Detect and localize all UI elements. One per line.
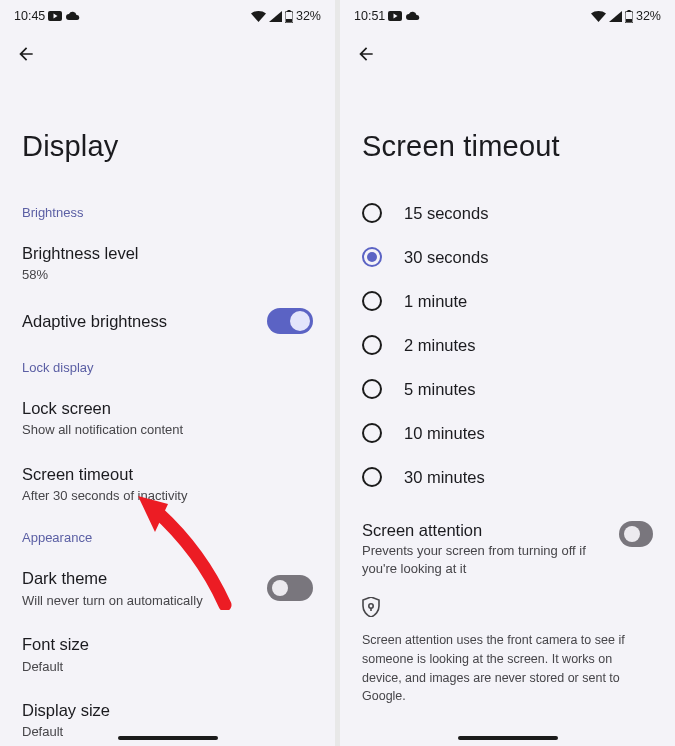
brightness-level-value: 58%	[22, 266, 313, 284]
font-size-row[interactable]: Font size Default	[0, 621, 335, 687]
screen-timeout-row[interactable]: Screen timeout After 30 seconds of inact…	[0, 451, 335, 517]
timeout-options: 15 seconds30 seconds1 minute2 minutes5 m…	[340, 191, 675, 499]
wifi-icon	[251, 11, 266, 22]
svg-rect-2	[287, 10, 290, 12]
status-battery: 32%	[636, 9, 661, 23]
timeout-option[interactable]: 5 minutes	[340, 367, 675, 411]
dark-theme-switch[interactable]	[267, 575, 313, 601]
page-title: Display	[0, 76, 335, 191]
privacy-shield	[340, 587, 675, 625]
screen-display: 10:45 32% Display Brightness Brightness …	[0, 0, 335, 746]
cloud-icon	[65, 11, 80, 21]
battery-icon	[285, 10, 293, 23]
timeout-option[interactable]: 30 minutes	[340, 455, 675, 499]
display-size-title: Display size	[22, 699, 313, 721]
font-size-sub: Default	[22, 658, 313, 676]
status-time: 10:51	[354, 9, 385, 23]
radio-button[interactable]	[362, 203, 382, 223]
shield-icon	[362, 597, 380, 617]
battery-icon	[625, 10, 633, 23]
signal-icon	[269, 11, 282, 22]
timeout-option[interactable]: 2 minutes	[340, 323, 675, 367]
radio-button[interactable]	[362, 423, 382, 443]
svg-rect-3	[286, 19, 292, 22]
adaptive-brightness-title: Adaptive brightness	[22, 310, 167, 332]
dark-theme-title: Dark theme	[22, 567, 203, 589]
screen-attention-title: Screen attention	[362, 521, 605, 540]
font-size-title: Font size	[22, 633, 313, 655]
nav-bar[interactable]	[340, 736, 675, 740]
wifi-icon	[591, 11, 606, 22]
timeout-option-label: 5 minutes	[404, 380, 476, 399]
screen-timeout-title: Screen timeout	[22, 463, 313, 485]
brightness-level-row[interactable]: Brightness level 58%	[0, 230, 335, 296]
timeout-option-label: 30 seconds	[404, 248, 488, 267]
screen-attention-footnote: Screen attention uses the front camera t…	[340, 625, 675, 706]
adaptive-brightness-row[interactable]: Adaptive brightness	[0, 296, 335, 346]
cloud-icon	[405, 11, 420, 21]
status-time: 10:45	[14, 9, 45, 23]
radio-button[interactable]	[362, 247, 382, 267]
lock-screen-sub: Show all notification content	[22, 421, 313, 439]
timeout-option-label: 1 minute	[404, 292, 467, 311]
youtube-icon	[388, 11, 402, 21]
section-brightness: Brightness	[0, 191, 335, 230]
adaptive-brightness-switch[interactable]	[267, 308, 313, 334]
status-battery: 32%	[296, 9, 321, 23]
section-lock-display: Lock display	[0, 346, 335, 385]
status-bar: 10:51 32%	[340, 0, 675, 32]
back-button[interactable]	[354, 42, 378, 66]
radio-button[interactable]	[362, 335, 382, 355]
timeout-option[interactable]: 30 seconds	[340, 235, 675, 279]
app-bar	[0, 32, 335, 76]
timeout-option[interactable]: 10 minutes	[340, 411, 675, 455]
screen-timeout-sub: After 30 seconds of inactivity	[22, 487, 313, 505]
svg-rect-6	[627, 10, 630, 12]
brightness-level-title: Brightness level	[22, 242, 313, 264]
screen-attention-switch[interactable]	[619, 521, 653, 547]
timeout-option[interactable]: 15 seconds	[340, 191, 675, 235]
radio-button[interactable]	[362, 467, 382, 487]
app-bar	[340, 32, 675, 76]
radio-button[interactable]	[362, 379, 382, 399]
lock-screen-title: Lock screen	[22, 397, 313, 419]
screen-attention-row[interactable]: Screen attention Prevents your screen fr…	[340, 499, 675, 587]
nav-bar[interactable]	[0, 736, 335, 740]
dark-theme-row[interactable]: Dark theme Will never turn on automatica…	[0, 555, 335, 621]
youtube-icon	[48, 11, 62, 21]
timeout-option[interactable]: 1 minute	[340, 279, 675, 323]
signal-icon	[609, 11, 622, 22]
dark-theme-sub: Will never turn on automatically	[22, 592, 203, 610]
screen-attention-sub: Prevents your screen from turning off if…	[362, 542, 605, 577]
section-appearance: Appearance	[0, 516, 335, 555]
lock-screen-row[interactable]: Lock screen Show all notification conten…	[0, 385, 335, 451]
svg-rect-7	[626, 19, 632, 22]
radio-button[interactable]	[362, 291, 382, 311]
page-title: Screen timeout	[340, 76, 675, 191]
arrow-back-icon	[356, 44, 376, 64]
timeout-option-label: 2 minutes	[404, 336, 476, 355]
display-size-row[interactable]: Display size Default	[0, 687, 335, 741]
timeout-option-label: 10 minutes	[404, 424, 485, 443]
timeout-option-label: 15 seconds	[404, 204, 488, 223]
back-button[interactable]	[14, 42, 38, 66]
svg-point-8	[369, 604, 373, 608]
arrow-back-icon	[16, 44, 36, 64]
screen-timeout: 10:51 32% Screen timeout 15 seconds30 se…	[340, 0, 675, 746]
status-bar: 10:45 32%	[0, 0, 335, 32]
timeout-option-label: 30 minutes	[404, 468, 485, 487]
